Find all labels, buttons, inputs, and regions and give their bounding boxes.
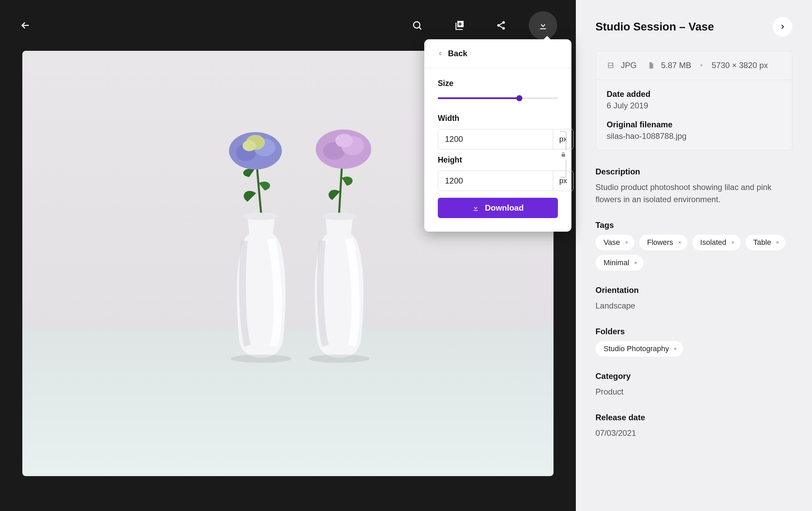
file-format: JPG bbox=[621, 61, 637, 70]
top-actions bbox=[403, 11, 557, 40]
height-input[interactable] bbox=[438, 171, 553, 191]
share-button[interactable] bbox=[487, 11, 515, 40]
remove-tag-icon[interactable] bbox=[730, 239, 736, 246]
slider-thumb[interactable] bbox=[516, 95, 522, 101]
height-input-wrap: px bbox=[438, 171, 573, 191]
remove-tag-icon[interactable] bbox=[633, 260, 639, 266]
popover-body: Size Width px Height bbox=[424, 68, 571, 232]
date-added-value: 6 July 2019 bbox=[607, 101, 781, 110]
aspect-lock[interactable] bbox=[559, 131, 567, 179]
tag-chip[interactable]: Table bbox=[745, 235, 786, 250]
tag-chip-label: Table bbox=[753, 238, 771, 247]
folder-chip[interactable]: Studio Photography bbox=[595, 341, 683, 357]
filename-value: silas-hao-1088788.jpg bbox=[607, 131, 781, 141]
image-icon bbox=[607, 61, 615, 69]
sidebar-header: Studio Session – Vase bbox=[595, 17, 792, 37]
release-label: Release date bbox=[595, 413, 792, 422]
popover-back-button[interactable]: Back bbox=[424, 39, 571, 68]
chevron-left-icon bbox=[437, 50, 443, 57]
download-confirm-button[interactable]: Download bbox=[438, 198, 558, 218]
metadata-card: JPG 5.87 MB • 5730 × 3820 px Date added … bbox=[595, 51, 792, 151]
remove-tag-icon[interactable] bbox=[624, 239, 630, 246]
folders-label: Folders bbox=[595, 327, 792, 336]
description-text: Studio product photoshoot showing lilac … bbox=[595, 181, 792, 206]
height-label: Height bbox=[438, 155, 573, 165]
popover-back-label: Back bbox=[448, 49, 467, 58]
add-to-collection-button[interactable] bbox=[445, 11, 473, 40]
svg-point-3 bbox=[502, 27, 505, 30]
description-label: Description bbox=[595, 167, 792, 176]
svg-point-2 bbox=[497, 24, 500, 27]
svg-point-0 bbox=[413, 22, 420, 28]
width-input[interactable] bbox=[438, 129, 553, 149]
tag-chip-label: Flowers bbox=[647, 238, 673, 247]
width-input-wrap: px bbox=[438, 129, 573, 149]
download-icon bbox=[472, 204, 479, 212]
tag-chip-label: Vase bbox=[604, 238, 620, 247]
tag-chip[interactable]: Vase bbox=[595, 235, 634, 250]
description-section: Description Studio product photoshoot sh… bbox=[595, 167, 792, 206]
download-button[interactable] bbox=[529, 11, 557, 40]
tags-section: Tags VaseFlowersIsolatedTableMinimal bbox=[595, 220, 792, 271]
folders-section: Folders Studio Photography bbox=[595, 327, 792, 357]
tag-chip[interactable]: Flowers bbox=[639, 235, 687, 250]
tags-list: VaseFlowersIsolatedTableMinimal bbox=[595, 235, 792, 271]
back-button[interactable] bbox=[19, 19, 32, 32]
remove-tag-icon[interactable] bbox=[774, 239, 781, 246]
tag-chip[interactable]: Minimal bbox=[595, 255, 644, 271]
search-icon bbox=[412, 20, 423, 31]
size-label: Size bbox=[438, 79, 558, 88]
release-section: Release date 07/03/2021 bbox=[595, 413, 792, 439]
share-icon bbox=[496, 20, 506, 30]
remove-folder-icon[interactable] bbox=[672, 346, 678, 352]
image-viewer: Back Size Width px bbox=[0, 0, 576, 511]
width-label: Width bbox=[438, 114, 573, 123]
tag-chip-label: Minimal bbox=[604, 258, 629, 267]
details-sidebar: Studio Session – Vase JPG 5.87 MB • 5730… bbox=[576, 0, 812, 511]
svg-point-14 bbox=[309, 355, 369, 363]
svg-point-12 bbox=[335, 134, 353, 147]
size-slider[interactable] bbox=[438, 94, 558, 102]
separator-dot: • bbox=[700, 61, 703, 70]
metadata-summary: JPG 5.87 MB • 5730 × 3820 px bbox=[596, 51, 792, 80]
category-value: Product bbox=[595, 386, 792, 398]
add-collection-icon bbox=[454, 20, 465, 31]
svg-point-1 bbox=[502, 21, 505, 24]
file-size: 5.87 MB bbox=[661, 61, 691, 70]
tag-chip[interactable]: Isolated bbox=[692, 235, 741, 250]
date-added-label: Date added bbox=[607, 89, 781, 99]
svg-point-8 bbox=[243, 140, 256, 151]
tag-chip-label: Isolated bbox=[700, 238, 726, 247]
filename-label: Original filename bbox=[607, 120, 781, 129]
category-label: Category bbox=[595, 371, 792, 381]
metadata-body: Date added 6 July 2019 Original filename… bbox=[596, 80, 792, 150]
search-button[interactable] bbox=[403, 11, 431, 40]
svg-point-13 bbox=[231, 355, 292, 363]
folders-list: Studio Photography bbox=[595, 341, 792, 357]
file-icon bbox=[648, 62, 655, 69]
slider-fill bbox=[438, 98, 519, 99]
download-popover: Back Size Width px bbox=[424, 39, 571, 232]
file-dimensions: 5730 × 3820 px bbox=[712, 61, 768, 70]
folder-chip-label: Studio Photography bbox=[604, 344, 669, 353]
asset-title: Studio Session – Vase bbox=[595, 20, 714, 33]
category-section: Category Product bbox=[595, 371, 792, 398]
arrow-left-icon bbox=[20, 20, 31, 31]
next-asset-button[interactable] bbox=[773, 17, 792, 37]
orientation-label: Orientation bbox=[595, 285, 792, 295]
remove-tag-icon[interactable] bbox=[677, 239, 683, 246]
tags-label: Tags bbox=[595, 220, 792, 230]
download-icon bbox=[538, 20, 548, 30]
orientation-value: Landscape bbox=[595, 300, 792, 312]
download-confirm-label: Download bbox=[485, 203, 524, 213]
release-value: 07/03/2021 bbox=[595, 427, 792, 439]
chevron-right-icon bbox=[779, 23, 786, 30]
orientation-section: Orientation Landscape bbox=[595, 285, 792, 312]
lock-icon bbox=[561, 150, 566, 160]
